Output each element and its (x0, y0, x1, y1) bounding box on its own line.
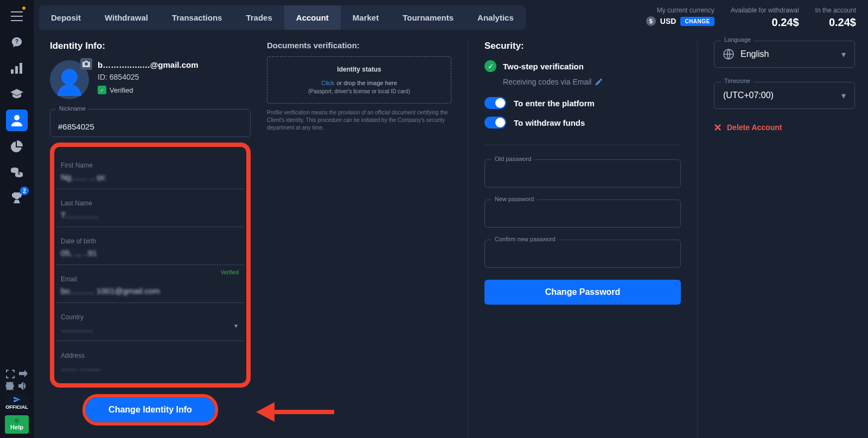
first-name-field[interactable]: First Name Ng…… .. ọc (56, 151, 244, 189)
documents-sub-text: (Passport, driver's license or local ID … (274, 88, 444, 94)
enter-platform-label: To enter the platform (514, 99, 595, 108)
enter-platform-toggle[interactable] (484, 97, 506, 109)
old-password-field[interactable]: Old password (484, 159, 681, 188)
pie-chart-icon[interactable] (6, 136, 28, 157)
svg-rect-2 (15, 66, 18, 74)
change-identity-highlight: Change Identity Info (82, 394, 218, 426)
arrow-right-icon[interactable] (19, 370, 28, 378)
topbar: Deposit Withdrawal Transactions Trades A… (34, 0, 868, 35)
tab-account[interactable]: Account (284, 5, 341, 30)
account-balance-value: 0.24$ (815, 16, 856, 29)
identity-status-title: Identity status (274, 66, 444, 73)
help-label: Help (10, 424, 23, 430)
svg-point-4 (14, 115, 20, 120)
edit-icon[interactable] (596, 79, 602, 85)
timezone-value: (UTC+07:00) (723, 91, 774, 100)
profile-email: b……….…..…@gmail.com (98, 60, 198, 69)
currency-label: My current currency (646, 7, 714, 14)
education-icon[interactable] (6, 83, 28, 105)
chat-icon[interactable]: ? (6, 31, 28, 53)
tab-withdrawal[interactable]: Withdrawal (93, 5, 160, 30)
trophy-badge: 2 (20, 186, 29, 195)
chart-icon[interactable] (6, 57, 28, 79)
svg-text:?: ? (15, 38, 18, 44)
help-button[interactable]: Help (5, 415, 29, 434)
fullscreen-icon[interactable] (6, 370, 15, 378)
identity-heading: Identity Info: (50, 41, 251, 51)
coins-icon[interactable]: $ (6, 162, 28, 183)
avatar[interactable] (50, 60, 89, 99)
click-link[interactable]: Click (321, 80, 334, 86)
profile-id: ID: 6854025 (98, 73, 198, 81)
new-password-label: New password (492, 196, 537, 202)
tab-bar: Deposit Withdrawal Transactions Trades A… (39, 5, 526, 30)
account-icon[interactable] (6, 110, 28, 131)
verified-shield-icon: ✓ (98, 86, 106, 94)
trophy-icon[interactable]: 2 (6, 188, 28, 209)
first-name-value: Ng…… .. ọc (61, 172, 240, 182)
chevron-down-icon: ▾ (841, 91, 846, 101)
language-value: English (741, 49, 769, 59)
verification-note: Profile verification means the provision… (267, 109, 451, 132)
camera-icon[interactable] (80, 58, 92, 70)
delete-account-label: Delete Account (727, 123, 782, 132)
menu-icon[interactable] (6, 5, 28, 27)
dob-label: Date of birth (61, 237, 240, 245)
tab-tournaments[interactable]: Tournaments (391, 5, 465, 30)
nickname-label: Nickname (56, 105, 89, 112)
confirm-password-input[interactable] (485, 240, 680, 267)
timezone-label: Timezone (721, 78, 754, 84)
account-balance-label: In the account (815, 7, 856, 14)
first-name-label: First Name (61, 162, 240, 169)
change-password-button[interactable]: Change Password (484, 280, 681, 305)
change-currency-button[interactable]: CHANGE (680, 17, 714, 26)
delete-account-button[interactable]: Delete Account (714, 123, 855, 132)
new-password-field[interactable]: New password (484, 199, 681, 228)
svg-text:$: $ (18, 171, 20, 176)
nickname-input[interactable] (58, 122, 242, 131)
withdraw-funds-label: To withdraw funds (514, 118, 585, 127)
country-field[interactable]: Country ………… ▾ (56, 303, 244, 341)
drop-text: or drop the image here (337, 80, 397, 86)
tab-trades[interactable]: Trades (234, 5, 284, 30)
withdraw-funds-toggle[interactable] (484, 117, 506, 128)
tab-deposit[interactable]: Deposit (39, 5, 93, 30)
official-label: OFFICIAL (5, 404, 28, 410)
verified-label: Verified (110, 86, 133, 94)
address-value: …… …….. (61, 363, 240, 372)
language-select[interactable]: Language English ▾ (714, 41, 855, 68)
security-heading: Security: (484, 41, 681, 51)
language-label: Language (721, 36, 754, 43)
documents-heading: Documents verification: (267, 41, 451, 50)
email-verified-tag: Verified (221, 269, 239, 275)
change-identity-button[interactable]: Change Identity Info (86, 397, 215, 422)
new-password-input[interactable] (485, 200, 680, 227)
last-name-value: T………… (61, 210, 240, 220)
side-nav: ? $ 2 (0, 0, 34, 438)
timezone-select[interactable]: Timezone (UTC+07:00) ▾ (714, 82, 855, 109)
confirm-password-label: Confirm new password (492, 236, 559, 242)
tab-market[interactable]: Market (341, 5, 391, 30)
svg-rect-3 (20, 63, 22, 74)
tab-transactions[interactable]: Transactions (160, 5, 234, 30)
old-password-input[interactable] (485, 160, 680, 187)
globe-icon (723, 49, 734, 60)
email-label: Email (61, 275, 240, 283)
official-button[interactable]: OFFICIAL (5, 394, 29, 412)
volume-icon[interactable] (18, 382, 28, 390)
dob-field[interactable]: Date of birth 05, .., ..91 (56, 227, 244, 265)
email-field[interactable]: Verified Email bo……… 1001@gmail.com (56, 265, 244, 303)
old-password-label: Old password (492, 156, 534, 162)
country-value: ………… (61, 324, 240, 333)
document-upload-drop[interactable]: Identity status Click or drop the image … (267, 56, 451, 104)
annotation-arrow-icon (256, 402, 334, 422)
last-name-field[interactable]: Last Name T………… (56, 189, 244, 227)
check-circle-icon: ✓ (484, 60, 496, 72)
nickname-field[interactable]: Nickname (50, 109, 251, 137)
gear-icon[interactable] (5, 382, 14, 390)
currency-code: USD (660, 17, 676, 25)
twostep-sub: Receiving codes via Email (503, 78, 591, 86)
address-field[interactable]: Address …… …….. (56, 341, 244, 379)
tab-analytics[interactable]: Analytics (465, 5, 526, 30)
confirm-password-field[interactable]: Confirm new password (484, 240, 681, 268)
